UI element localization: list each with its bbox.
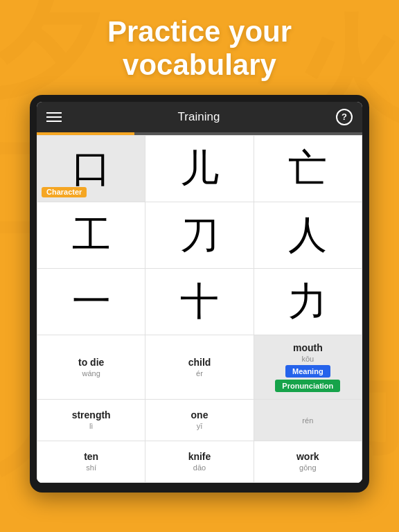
word-cell-knife[interactable]: knife dāo bbox=[145, 441, 254, 483]
word-cell-one[interactable]: one yī bbox=[145, 400, 254, 441]
char-one: 一 bbox=[72, 282, 111, 321]
word-strength-main: strength bbox=[72, 409, 111, 420]
character-badge: Character bbox=[42, 187, 87, 197]
word-ten-pinyin: shí bbox=[86, 463, 96, 472]
word-cell-strength[interactable]: strength lì bbox=[37, 400, 145, 441]
word-die-main: to die bbox=[78, 357, 104, 368]
char-die: 亡 bbox=[288, 149, 327, 188]
char-cell-child[interactable]: 儿 bbox=[145, 136, 254, 202]
word-mouth-pinyin: kōu bbox=[301, 355, 314, 363]
char-ten: 十 bbox=[180, 282, 219, 321]
word-cell-work[interactable]: work gōng bbox=[254, 441, 362, 483]
word-knife-main: knife bbox=[188, 451, 211, 462]
app-title: Training bbox=[178, 110, 220, 124]
word-work-pinyin: gōng bbox=[299, 463, 316, 472]
pronunciation-button[interactable]: Pronunciation bbox=[275, 380, 340, 392]
word-cell-person[interactable]: rén bbox=[254, 400, 362, 441]
word-person-pinyin: rén bbox=[302, 416, 313, 425]
header-section: Practice your vocabulary bbox=[0, 0, 399, 95]
word-cell-die[interactable]: to die wáng bbox=[37, 335, 145, 400]
word-one-main: one bbox=[191, 409, 209, 420]
word-cell-mouth[interactable]: mouth kōu Meaning Pronunciation bbox=[254, 335, 362, 400]
app-header: Training ? bbox=[37, 102, 362, 132]
char-cell-ten[interactable]: 十 bbox=[145, 269, 254, 335]
device-frame: Training ? 口 Character 儿 亡 工 刀 bbox=[30, 95, 369, 493]
char-cell-person[interactable]: 人 bbox=[254, 202, 362, 269]
menu-button[interactable] bbox=[46, 112, 62, 122]
word-ten-main: ten bbox=[84, 451, 98, 462]
char-cell-die[interactable]: 亡 bbox=[254, 136, 362, 202]
char-work: 工 bbox=[72, 215, 111, 254]
meaning-button[interactable]: Meaning bbox=[285, 365, 330, 378]
word-grid: to die wáng child ér mouth kōu Meaning P… bbox=[37, 335, 362, 483]
char-person: 人 bbox=[288, 215, 327, 254]
char-child: 儿 bbox=[180, 149, 219, 188]
word-child-pinyin: ér bbox=[196, 369, 203, 378]
app-screen: Training ? 口 Character 儿 亡 工 刀 bbox=[37, 102, 362, 483]
word-cell-ten[interactable]: ten shí bbox=[37, 441, 145, 483]
headline: Practice your vocabulary bbox=[14, 15, 385, 82]
char-mouth: 口 bbox=[72, 149, 111, 188]
word-work-main: work bbox=[296, 451, 319, 462]
help-button[interactable]: ? bbox=[336, 109, 353, 125]
word-mouth-main: mouth bbox=[293, 342, 323, 353]
char-cell-knife[interactable]: 刀 bbox=[145, 202, 254, 269]
character-grid: 口 Character 儿 亡 工 刀 人 一 十 bbox=[37, 135, 362, 335]
char-strength: 力 bbox=[288, 282, 327, 321]
word-child-main: child bbox=[188, 357, 211, 368]
char-cell-one[interactable]: 一 bbox=[37, 269, 145, 335]
word-strength-pinyin: lì bbox=[89, 422, 94, 430]
word-knife-pinyin: dāo bbox=[193, 463, 206, 472]
char-cell-mouth[interactable]: 口 Character bbox=[37, 136, 145, 202]
char-cell-strength[interactable]: 力 bbox=[254, 269, 362, 335]
char-cell-work[interactable]: 工 bbox=[37, 202, 145, 269]
char-knife: 刀 bbox=[180, 215, 219, 254]
word-cell-child[interactable]: child ér bbox=[145, 335, 254, 400]
word-die-pinyin: wáng bbox=[82, 369, 100, 378]
word-one-pinyin: yī bbox=[197, 422, 203, 430]
